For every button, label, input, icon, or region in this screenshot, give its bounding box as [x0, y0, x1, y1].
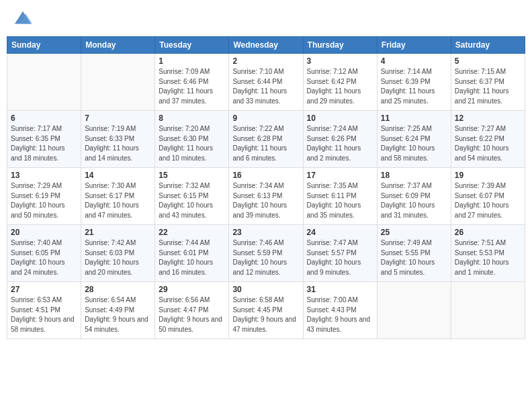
day-number: 23 [232, 228, 299, 237]
calendar-week-row: 1Sunrise: 7:09 AM Sunset: 6:46 PM Daylig… [7, 54, 525, 111]
day-info: Sunrise: 7:37 AM Sunset: 6:09 PM Dayligh… [381, 181, 447, 220]
calendar-cell: 12Sunrise: 7:27 AM Sunset: 6:22 PM Dayli… [451, 111, 525, 168]
day-number: 11 [381, 113, 447, 123]
calendar-week-row: 20Sunrise: 7:40 AM Sunset: 6:05 PM Dayli… [7, 225, 525, 282]
day-info: Sunrise: 7:12 AM Sunset: 6:42 PM Dayligh… [307, 67, 373, 106]
calendar-cell: 31Sunrise: 7:00 AM Sunset: 4:43 PM Dayli… [303, 282, 377, 339]
weekday-header: Friday [377, 37, 451, 54]
day-number: 5 [455, 56, 521, 66]
day-number: 8 [159, 113, 225, 123]
day-info: Sunrise: 7:19 AM Sunset: 6:33 PM Dayligh… [85, 124, 151, 163]
weekday-header: Saturday [451, 37, 525, 54]
calendar-week-row: 6Sunrise: 7:17 AM Sunset: 6:35 PM Daylig… [7, 111, 525, 168]
day-info: Sunrise: 7:32 AM Sunset: 6:15 PM Dayligh… [159, 181, 225, 220]
calendar-cell: 4Sunrise: 7:14 AM Sunset: 6:39 PM Daylig… [377, 54, 451, 111]
day-info: Sunrise: 7:10 AM Sunset: 6:44 PM Dayligh… [232, 67, 299, 106]
day-info: Sunrise: 6:56 AM Sunset: 4:47 PM Dayligh… [159, 295, 225, 334]
calendar-cell: 24Sunrise: 7:47 AM Sunset: 5:57 PM Dayli… [303, 225, 377, 282]
day-info: Sunrise: 7:40 AM Sunset: 6:05 PM Dayligh… [11, 238, 77, 277]
calendar-week-row: 27Sunrise: 6:53 AM Sunset: 4:51 PM Dayli… [7, 282, 525, 339]
day-info: Sunrise: 6:54 AM Sunset: 4:49 PM Dayligh… [85, 295, 151, 334]
day-number: 17 [307, 171, 373, 180]
calendar-cell [81, 54, 155, 111]
day-number: 26 [455, 228, 521, 237]
day-number: 31 [307, 285, 373, 294]
weekday-header: Wednesday [229, 37, 303, 54]
day-number: 13 [11, 171, 77, 180]
day-number: 10 [307, 113, 373, 123]
day-info: Sunrise: 7:09 AM Sunset: 6:46 PM Dayligh… [159, 67, 225, 106]
day-number: 24 [307, 228, 373, 237]
weekday-header: Sunday [7, 37, 81, 54]
day-info: Sunrise: 6:53 AM Sunset: 4:51 PM Dayligh… [11, 295, 77, 334]
calendar-cell: 7Sunrise: 7:19 AM Sunset: 6:33 PM Daylig… [81, 111, 155, 168]
day-number: 29 [159, 285, 225, 294]
day-info: Sunrise: 7:20 AM Sunset: 6:30 PM Dayligh… [159, 124, 225, 163]
day-number: 15 [159, 171, 225, 180]
calendar-cell: 22Sunrise: 7:44 AM Sunset: 6:01 PM Dayli… [155, 225, 229, 282]
calendar-cell [377, 282, 451, 339]
day-info: Sunrise: 6:58 AM Sunset: 4:45 PM Dayligh… [232, 295, 299, 334]
day-number: 20 [11, 228, 77, 237]
calendar-cell: 6Sunrise: 7:17 AM Sunset: 6:35 PM Daylig… [7, 111, 81, 168]
weekday-header: Thursday [303, 37, 377, 54]
calendar-cell: 19Sunrise: 7:39 AM Sunset: 6:07 PM Dayli… [451, 168, 525, 225]
day-info: Sunrise: 7:22 AM Sunset: 6:28 PM Dayligh… [232, 124, 299, 163]
day-info: Sunrise: 7:29 AM Sunset: 6:19 PM Dayligh… [11, 181, 77, 220]
weekday-header: Monday [81, 37, 155, 54]
day-info: Sunrise: 7:51 AM Sunset: 5:53 PM Dayligh… [455, 238, 521, 277]
day-number: 9 [232, 113, 299, 123]
day-info: Sunrise: 7:00 AM Sunset: 4:43 PM Dayligh… [307, 295, 373, 334]
day-info: Sunrise: 7:30 AM Sunset: 6:17 PM Dayligh… [85, 181, 151, 220]
day-info: Sunrise: 7:24 AM Sunset: 6:26 PM Dayligh… [307, 124, 373, 163]
day-info: Sunrise: 7:17 AM Sunset: 6:35 PM Dayligh… [11, 124, 77, 163]
day-number: 18 [381, 171, 447, 180]
calendar-table: SundayMondayTuesdayWednesdayThursdayFrid… [7, 36, 525, 339]
calendar-cell [451, 282, 525, 339]
day-number: 12 [455, 113, 521, 123]
header [7, 7, 525, 31]
calendar-cell: 21Sunrise: 7:42 AM Sunset: 6:03 PM Dayli… [81, 225, 155, 282]
calendar-cell: 13Sunrise: 7:29 AM Sunset: 6:19 PM Dayli… [7, 168, 81, 225]
weekday-header: Tuesday [155, 37, 229, 54]
calendar-cell: 3Sunrise: 7:12 AM Sunset: 6:42 PM Daylig… [303, 54, 377, 111]
day-number: 25 [381, 228, 447, 237]
calendar-cell: 29Sunrise: 6:56 AM Sunset: 4:47 PM Dayli… [155, 282, 229, 339]
calendar-cell: 26Sunrise: 7:51 AM Sunset: 5:53 PM Dayli… [451, 225, 525, 282]
day-number: 19 [455, 171, 521, 180]
logo [12, 9, 32, 28]
calendar-cell [7, 54, 81, 111]
calendar-cell: 28Sunrise: 6:54 AM Sunset: 4:49 PM Dayli… [81, 282, 155, 339]
calendar-cell: 20Sunrise: 7:40 AM Sunset: 6:05 PM Dayli… [7, 225, 81, 282]
day-number: 14 [85, 171, 151, 180]
calendar-cell: 8Sunrise: 7:20 AM Sunset: 6:30 PM Daylig… [155, 111, 229, 168]
day-info: Sunrise: 7:15 AM Sunset: 6:37 PM Dayligh… [455, 67, 521, 106]
day-info: Sunrise: 7:49 AM Sunset: 5:55 PM Dayligh… [381, 238, 447, 277]
calendar-cell: 18Sunrise: 7:37 AM Sunset: 6:09 PM Dayli… [377, 168, 451, 225]
day-info: Sunrise: 7:44 AM Sunset: 6:01 PM Dayligh… [159, 238, 225, 277]
day-number: 30 [232, 285, 299, 294]
calendar-cell: 17Sunrise: 7:35 AM Sunset: 6:11 PM Dayli… [303, 168, 377, 225]
day-number: 27 [11, 285, 77, 294]
day-info: Sunrise: 7:14 AM Sunset: 6:39 PM Dayligh… [381, 67, 447, 106]
calendar-week-row: 13Sunrise: 7:29 AM Sunset: 6:19 PM Dayli… [7, 168, 525, 225]
day-info: Sunrise: 7:25 AM Sunset: 6:24 PM Dayligh… [381, 124, 447, 163]
calendar-cell: 2Sunrise: 7:10 AM Sunset: 6:44 PM Daylig… [229, 54, 303, 111]
day-info: Sunrise: 7:34 AM Sunset: 6:13 PM Dayligh… [232, 181, 299, 220]
day-number: 7 [85, 113, 151, 123]
calendar-cell: 25Sunrise: 7:49 AM Sunset: 5:55 PM Dayli… [377, 225, 451, 282]
day-number: 22 [159, 228, 225, 237]
day-info: Sunrise: 7:39 AM Sunset: 6:07 PM Dayligh… [455, 181, 521, 220]
day-number: 4 [381, 56, 447, 66]
calendar-cell: 1Sunrise: 7:09 AM Sunset: 6:46 PM Daylig… [155, 54, 229, 111]
day-info: Sunrise: 7:46 AM Sunset: 5:59 PM Dayligh… [232, 238, 299, 277]
calendar-cell: 9Sunrise: 7:22 AM Sunset: 6:28 PM Daylig… [229, 111, 303, 168]
logo-icon [13, 9, 32, 28]
calendar-cell: 10Sunrise: 7:24 AM Sunset: 6:26 PM Dayli… [303, 111, 377, 168]
calendar-cell: 23Sunrise: 7:46 AM Sunset: 5:59 PM Dayli… [229, 225, 303, 282]
calendar-cell: 5Sunrise: 7:15 AM Sunset: 6:37 PM Daylig… [451, 54, 525, 111]
day-info: Sunrise: 7:35 AM Sunset: 6:11 PM Dayligh… [307, 181, 373, 220]
calendar-cell: 15Sunrise: 7:32 AM Sunset: 6:15 PM Dayli… [155, 168, 229, 225]
day-number: 21 [85, 228, 151, 237]
day-number: 28 [85, 285, 151, 294]
